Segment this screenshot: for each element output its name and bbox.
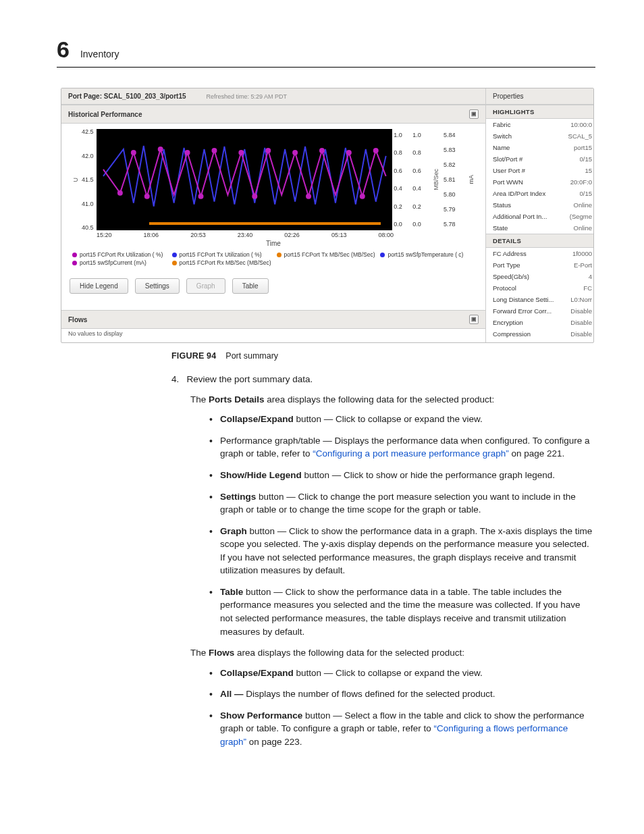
property-row: Port WWN20:0F:0 [486, 176, 593, 188]
properties-panel: Properties HIGHLIGHTS Fabric10:00:0Switc… [485, 88, 593, 342]
svg-point-14 [306, 194, 311, 199]
svg-point-15 [360, 194, 364, 199]
property-row: Forward Error Corr...Disable [486, 305, 593, 317]
x-axis-ticks: 15:20 18:06 20:53 23:40 02:26 05:13 08:0… [70, 230, 394, 238]
performance-chart [97, 129, 393, 230]
chart-area: U 42.5 42.0 41.5 41.0 40.5 [61, 124, 485, 271]
historical-performance-title: Historical Performance [68, 111, 142, 118]
property-row: StatusOnline [486, 199, 593, 211]
y-axis-left: 42.5 42.0 41.5 41.0 40.5 [82, 129, 97, 230]
bullet-collapse-expand: Collapse/Expand button — Click to collap… [209, 413, 595, 426]
table-button[interactable]: Table [232, 278, 269, 294]
legend-item: port15 swSfpCurrent (mA) [72, 259, 167, 266]
svg-point-10 [373, 149, 377, 153]
property-row: StateOnline [486, 222, 593, 234]
svg-point-8 [320, 149, 324, 153]
bullet-flows-all: All — Displays the number of flows defin… [209, 687, 595, 701]
property-row: Fabric10:00:0 [486, 119, 593, 130]
flows-title: Flows [68, 316, 87, 323]
bullet-settings: Settings button — Click to change the po… [209, 490, 595, 517]
settings-button[interactable]: Settings [135, 278, 180, 294]
port-page-screenshot: Port Page: SCAL_5100_203_3/port15 Refres… [61, 88, 594, 343]
property-row: FC Address1f0000 [486, 248, 593, 259]
figure-title: Port summary [225, 351, 278, 361]
properties-title: Properties [486, 88, 593, 105]
port-page-header: Port Page: SCAL_5100_203_3/port15 Refres… [61, 88, 485, 105]
para-flows: The Flows area displays the following da… [190, 646, 595, 660]
property-row: Nameport15 [486, 142, 593, 153]
chart-legend: port15 FCPort Rx Utilization ( %) port15… [70, 251, 477, 270]
svg-point-0 [117, 191, 122, 195]
legend-item: port15 FCPort Tx Utilization ( %) [172, 251, 271, 258]
bullet-flows-show-perf: Show Performance button — Select a flow … [209, 709, 595, 749]
bullet-table: Table button — Click to show the perform… [209, 585, 595, 638]
properties-highlights: HIGHLIGHTS [486, 105, 593, 119]
para-ports-details: The Ports Details area displays the foll… [190, 393, 595, 407]
x-axis-label: Time [70, 240, 477, 247]
legend-item: port15 FCPort Rx Utilization ( %) [72, 251, 167, 258]
bullet-show-hide-legend: Show/Hide Legend button — Click to show … [209, 469, 595, 482]
legend-dot-icon [72, 253, 77, 257]
legend-dot-icon [380, 253, 385, 257]
svg-point-11 [144, 194, 149, 199]
y-axis-r1: 1.0 0.8 0.6 0.4 0.2 0.0 [392, 129, 411, 230]
graph-button[interactable]: Graph [186, 278, 225, 294]
legend-dot-icon [277, 253, 281, 257]
y-axis-r3-label: mA [465, 175, 477, 184]
property-row: ProtocolFC [486, 282, 593, 294]
chapter-title: Inventory [80, 49, 119, 59]
bullet-perf-graph-table: Performance graph/table — Displays the p… [209, 434, 595, 461]
property-row: SwitchSCAL_5 [486, 130, 593, 142]
properties-details: DETAILS [486, 234, 593, 248]
svg-point-2 [158, 147, 162, 151]
svg-point-5 [239, 151, 243, 155]
y-axis-r2-label: MB/Sec [430, 169, 442, 190]
svg-point-6 [266, 149, 270, 153]
legend-item: port15 swSfpTemperature ( c) [380, 251, 475, 258]
y-axis-r2: 1.0 0.8 0.6 0.4 0.2 0.0 [411, 129, 430, 230]
svg-point-7 [293, 151, 297, 155]
flows-empty: No values to display [61, 329, 485, 342]
svg-point-9 [346, 151, 350, 155]
legend-item: port15 FCPort Rx MB/Sec (MB/Sec) [172, 259, 271, 266]
property-row: Additional Port In...(Segme [486, 211, 593, 222]
svg-point-12 [198, 194, 203, 199]
hide-legend-button[interactable]: Hide Legend [70, 278, 128, 294]
property-row: Area ID/Port Index0/15 [486, 188, 593, 199]
property-row: Port TypeE-Port [486, 259, 593, 271]
property-row: Speed(Gb/s)4 [486, 271, 593, 282]
divider [57, 67, 595, 68]
legend-dot-icon [172, 253, 177, 257]
property-row: EncryptionDisable [486, 317, 593, 328]
collapse-icon[interactable]: ▣ [469, 109, 479, 119]
flows-header: Flows ▣ [61, 310, 485, 329]
legend-item: port15 FCPort Tx MB/Sec (MB/Sec) [277, 251, 375, 258]
chapter-number: 6 [57, 36, 70, 63]
svg-point-4 [212, 149, 216, 153]
properties-highlights-list: Fabric10:00:0SwitchSCAL_5Nameport15Slot/… [486, 119, 593, 234]
chart-buttons: Hide Legend Settings Graph Table [61, 271, 485, 310]
figure-number: FIGURE 94 [171, 351, 216, 361]
property-row: Slot/Port #0/15 [486, 153, 593, 165]
chapter-header: 6 Inventory [57, 36, 595, 63]
figure-caption: FIGURE 94 Port summary [171, 350, 595, 362]
legend-dot-icon [172, 261, 177, 265]
y-axis-r3: 5.84 5.83 5.82 5.81 5.80 5.79 5.78 [442, 129, 465, 230]
bullet-flows-collapse: Collapse/Expand button — Click to collap… [209, 667, 595, 680]
collapse-icon[interactable]: ▣ [469, 315, 479, 324]
historical-performance-header: Historical Performance ▣ [61, 105, 485, 124]
legend-dot-icon [72, 261, 77, 265]
property-row: CompressionDisable [486, 328, 593, 340]
properties-details-list: FC Address1f0000Port TypeE-PortSpeed(Gb/… [486, 248, 593, 340]
svg-point-3 [185, 151, 189, 155]
port-page-title: Port Page: SCAL_5100_203_3/port15 [68, 93, 186, 100]
y-axis-left-label: U [70, 178, 82, 182]
link-port-measure-graph[interactable]: “Configuring a port measure performance … [313, 448, 508, 459]
svg-point-13 [252, 194, 257, 199]
step-4: 4. Review the port summary data. [171, 373, 595, 386]
property-row: Long Distance Setti...L0:Norr [486, 294, 593, 305]
property-row: User Port #15 [486, 165, 593, 176]
svg-point-1 [131, 151, 135, 155]
bullet-graph: Graph button — Click to show the perform… [209, 525, 595, 577]
refreshed-time: Refreshed time: 5:29 AM PDT [207, 93, 288, 100]
